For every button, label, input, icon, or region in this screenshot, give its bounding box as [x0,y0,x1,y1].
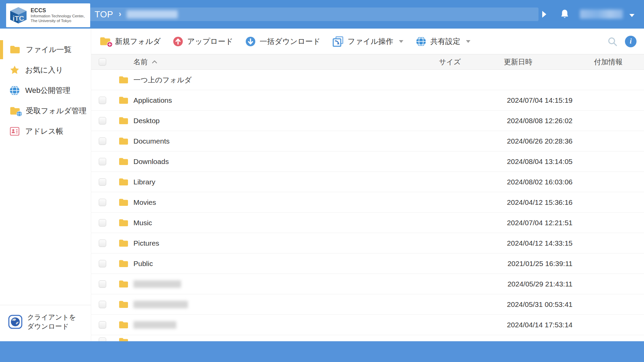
breadcrumb-current-folder-redacted[interactable] [127,10,178,18]
row-checkbox[interactable] [99,260,106,267]
sidebar-item-address-book[interactable]: アドレス帳 [0,121,91,142]
folder-name: Documents [133,137,396,145]
folder-icon [114,76,133,84]
breadcrumb-forward-arrow-icon[interactable] [542,10,549,19]
folder-icon [114,239,133,247]
breadcrumb-top[interactable]: TOP [95,9,113,20]
sidebar-item-favorites[interactable]: お気に入り [0,60,91,80]
sidebar-item-label: Web公開管理 [25,85,70,96]
folder-icon [114,96,133,104]
sidebar-item-receive-folder[interactable]: 受取フォルダ管理 [0,101,91,121]
upload-button[interactable]: アップロード [173,36,233,47]
parent-folder-row[interactable]: 一つ上のフォルダ [91,70,644,90]
sidebar-item-file-list[interactable]: ファイル一覧 [0,39,91,60]
row-checkbox[interactable] [99,97,106,104]
folder-icon [114,280,133,288]
row-checkbox[interactable] [99,117,106,125]
modified-date: 2024/06/26 20:28:36 [464,137,573,145]
notifications-bell-icon[interactable] [560,9,569,21]
info-button[interactable]: i [625,36,637,47]
checkbox-cell [91,178,114,186]
chevron-down-icon [399,40,404,43]
download-client-button[interactable]: クライアントを ダウンロード [0,305,91,341]
sidebar-item-web-publish[interactable]: Web公開管理 [0,80,91,101]
row-checkbox[interactable] [99,280,106,288]
table-row[interactable]: Desktop2024/08/08 12:26:02 [91,111,644,131]
download-client-label: クライアントを ダウンロード [27,313,76,331]
row-checkbox[interactable] [99,137,106,145]
select-all-checkbox-cell [91,58,114,66]
checkbox-cell [91,158,114,165]
bulk-download-label: 一括ダウンロード [260,36,321,47]
table-row[interactable]: 2024/04/14 17:53:14 [91,315,644,335]
checkbox-cell [91,240,114,247]
folder-icon [114,117,133,125]
download-client-line2: ダウンロード [27,323,69,330]
row-checkbox[interactable] [99,240,106,247]
column-header-size[interactable]: サイズ [396,57,464,67]
share-globe-icon [416,36,426,47]
column-header-name[interactable]: 名前 [133,57,396,67]
folder-name: 一つ上のフォルダ [133,75,396,85]
table-row[interactable]: Downloads2024/08/04 13:14:05 [91,151,644,172]
table-row[interactable]: 2024/05/31 00:53:41 [91,294,644,315]
folder-name: Desktop [133,117,396,125]
table-row[interactable]: Movies2024/04/12 15:36:16 [91,192,644,213]
chevron-down-icon [466,40,471,43]
folder-name: Applications [133,96,396,104]
checkbox-cell [91,137,114,145]
checkbox-cell [91,260,114,267]
column-header-modified[interactable]: 更新日時 [464,57,573,67]
modified-date: 2024/04/12 14:33:15 [464,239,573,247]
folder-name: Music [133,219,396,227]
table-row[interactable]: 2024/05/29 21:43:11 [91,274,644,294]
table-row[interactable]: Public2021/01/25 16:39:11 [91,253,644,274]
receive-folder-icon [10,106,20,115]
file-operations-icon [333,36,343,47]
search-icon[interactable] [607,36,617,47]
column-header-info[interactable]: 付加情報 [573,57,644,67]
folder-icon [114,338,133,341]
folder-icon [114,321,133,329]
row-checkbox[interactable] [99,178,106,186]
toolbar-right: i [607,29,637,54]
eccs-logo[interactable]: iTC ECCS Information Technology Center, … [6,3,90,27]
sort-ascending-icon [152,60,157,64]
row-checkbox[interactable] [99,338,106,341]
user-menu-caret-icon[interactable] [629,13,635,19]
modified-date: 2024/08/02 16:03:06 [464,178,573,186]
file-operations-button[interactable]: ファイル操作 [333,36,404,47]
logo-subtitle-1: Information Technology Center, [31,14,85,18]
share-settings-button[interactable]: 共有設定 [416,36,471,47]
modified-date: 2024/04/14 17:53:14 [464,321,573,329]
folder-icon [114,178,133,186]
row-checkbox[interactable] [99,219,106,227]
checkbox-cell [91,117,114,125]
bulk-download-button[interactable]: 一括ダウンロード [245,36,321,47]
table-row[interactable]: Pictures2024/04/12 14:33:15 [91,233,644,253]
row-checkbox[interactable] [99,301,106,308]
table-row[interactable]: Music2024/07/04 12:21:51 [91,213,644,233]
modified-date: 2024/05/31 00:53:41 [464,300,573,309]
checkbox-cell [91,280,114,288]
checkbox-cell [91,97,114,104]
username-redacted[interactable] [580,10,623,19]
row-checkbox[interactable] [99,199,106,206]
row-checkbox[interactable] [99,158,106,165]
checkbox-cell [91,321,114,329]
select-all-checkbox[interactable] [99,58,106,66]
folder-icon [114,300,133,309]
new-folder-button[interactable]: 新規フォルダ [99,36,161,47]
upload-label: アップロード [187,36,233,47]
upload-icon [173,36,183,47]
top-header-bar: iTC ECCS Information Technology Center, … [0,0,644,29]
table-row[interactable]: Documents2024/06/26 20:28:36 [91,131,644,151]
breadcrumb-back-arrow-icon[interactable] [81,10,88,19]
toolbar: 新規フォルダ アップロード [91,29,644,54]
folder-name: Downloads [133,158,396,166]
row-checkbox[interactable] [99,321,106,329]
table-row[interactable]: Library2024/08/02 16:03:06 [91,172,644,192]
plus-badge-icon [107,42,113,47]
redacted-folder-name [133,280,396,288]
table-row[interactable]: Applications2024/07/04 14:15:19 [91,90,644,111]
